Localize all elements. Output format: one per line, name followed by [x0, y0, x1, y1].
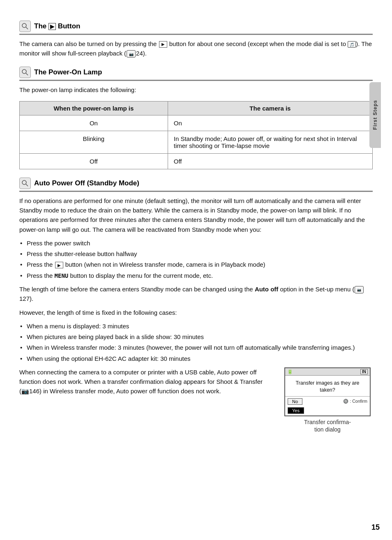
dialog-body-text: Transfer images as they are taken?	[295, 380, 359, 393]
section3-para3: However, the length of time is fixed in …	[19, 308, 373, 317]
side-tab: First Steps	[369, 82, 381, 148]
table-cell: On	[20, 115, 168, 131]
section3-header: Auto Power Off (Standby Mode)	[19, 178, 373, 192]
search-icon	[21, 23, 29, 30]
section3-para2: The length of time before the camera ent…	[19, 284, 373, 304]
dialog-no-button[interactable]: No	[288, 398, 302, 405]
section1-body: The camera can also be turned on by pres…	[19, 39, 373, 58]
side-tab-label: First Steps	[372, 100, 378, 130]
lamp-table: When the power-on lamp is The camera is …	[19, 101, 373, 169]
dialog-buttons: No 🔘 : Confirm	[285, 396, 370, 406]
section3-dialog-text: When connecting the camera to a computer…	[19, 367, 274, 396]
dialog-yes-button[interactable]: Yes	[288, 407, 304, 414]
dialog-body: Transfer images as they are taken?	[285, 376, 370, 396]
dialog-confirm-label: 🔘 : Confirm	[343, 399, 367, 404]
search-icon-2	[21, 69, 29, 76]
table-cell: Blinking	[20, 131, 168, 153]
search-icon-3	[21, 180, 29, 187]
svg-point-0	[22, 23, 26, 28]
svg-line-5	[26, 184, 28, 186]
svg-point-2	[22, 69, 26, 74]
list-item: Press the shutter-release button halfway	[19, 249, 373, 258]
section3-para1: If no operations are performed for one m…	[19, 196, 373, 234]
dialog-text: When connecting the camera to a computer…	[19, 367, 274, 396]
section3-icon	[19, 178, 31, 189]
section2-header: The Power-On Lamp	[19, 67, 373, 81]
dialog-top-bar: 🔋 IN	[285, 368, 370, 376]
section1-icon	[19, 21, 31, 32]
list-item: When pictures are being played back in a…	[19, 332, 373, 342]
list-item: When using the optional EH-62C AC adapte…	[19, 354, 373, 363]
table-col2-header: The camera is	[168, 101, 372, 115]
section2-icon	[19, 67, 31, 78]
section3-bullets2: When a menu is displayed: 3 minutesWhen …	[19, 321, 373, 363]
list-item: Press the power switch	[19, 238, 373, 248]
dialog-section: When connecting the camera to a computer…	[19, 367, 373, 433]
section3-bullets1: Press the power switchPress the shutter-…	[19, 238, 373, 280]
dialog-battery-icon: 🔋	[287, 369, 293, 374]
svg-point-4	[22, 180, 26, 185]
table-cell: In Standby mode; Auto power off, or wait…	[168, 131, 372, 153]
svg-line-1	[26, 27, 28, 29]
mode-dial-icon: 🎵	[348, 41, 356, 48]
list-item: Press the ▶ button (when not in Wireless…	[19, 260, 373, 269]
page-number: 15	[371, 523, 380, 532]
book-icon-2: 📷	[355, 286, 364, 293]
list-item: When in Wireless transfer mode: 3 minute…	[19, 343, 373, 352]
table-col1-header: When the power-on lamp is	[20, 101, 168, 115]
table-cell: Off	[20, 153, 168, 169]
dialog-image-area: 🔋 IN Transfer images as they are taken? …	[282, 367, 373, 433]
section3-title: Auto Power Off (Standby Mode)	[34, 179, 139, 187]
table-cell: On	[168, 115, 372, 131]
list-item: Press the MENU button to display the men…	[19, 271, 373, 281]
section1-header: The ▶ Button	[19, 21, 373, 35]
bold-auto-off: Auto off	[255, 286, 278, 293]
list-item: When a menu is displayed: 3 minutes	[19, 321, 373, 331]
section2-intro: The power-on lamp indicates the followin…	[19, 85, 373, 95]
section2-title: The Power-On Lamp	[34, 68, 102, 76]
dialog-yes-row: Yes	[285, 406, 370, 415]
section1-title: The ▶ Button	[34, 22, 80, 30]
svg-line-3	[26, 73, 28, 75]
book-icon: 📷	[127, 50, 136, 58]
table-cell: Off	[168, 153, 372, 169]
play-icon: ▶	[159, 41, 167, 48]
dialog-in-label: IN	[360, 369, 368, 374]
transfer-dialog-box: 🔋 IN Transfer images as they are taken? …	[284, 367, 371, 416]
dialog-caption: Transfer confirma-tion dialog	[304, 418, 351, 433]
